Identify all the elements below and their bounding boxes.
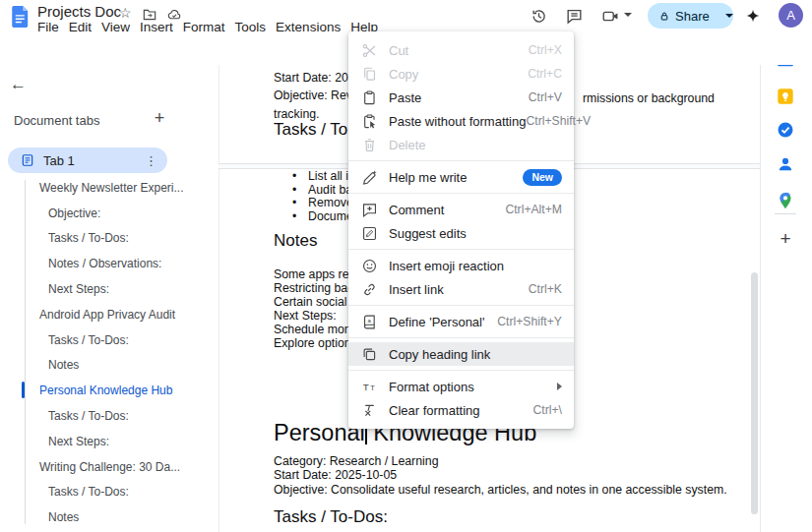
bullet-dot: • bbox=[292, 170, 308, 184]
tab-label: Tab 1 bbox=[43, 153, 75, 168]
outline-item-label: Objective: bbox=[48, 207, 100, 220]
bullet-text: Docume bbox=[308, 209, 353, 223]
paste-without-formatting-menu-item[interactable]: Paste without formattingCtrl+Shift+V bbox=[348, 109, 574, 133]
vertical-scrollbar[interactable] bbox=[751, 272, 758, 514]
clear-formatting-menu-item[interactable]: Clear formattingCtrl+\ bbox=[348, 398, 574, 422]
outline-item-label: Tasks / To-Dos: bbox=[48, 409, 129, 423]
copy-heading-link-menu-item[interactable]: Copy heading link bbox=[348, 342, 574, 366]
section-meta-paragraph: Category: Research / LearningStart Date:… bbox=[274, 454, 727, 497]
copy-link-icon bbox=[361, 346, 378, 363]
outline-item-tasks-to-dos[interactable]: Tasks / To-Dos: bbox=[0, 226, 204, 252]
outline-item-tasks-to-dos[interactable]: Tasks / To-Dos: bbox=[0, 327, 204, 353]
share-button[interactable]: Share bbox=[648, 3, 733, 29]
video-call-dropdown-icon[interactable] bbox=[624, 13, 632, 17]
lock-icon bbox=[658, 10, 670, 23]
menu-tools[interactable]: Tools bbox=[230, 20, 272, 35]
menu-file[interactable]: File bbox=[32, 20, 64, 35]
comments-icon[interactable] bbox=[565, 7, 584, 26]
gemini-icon[interactable] bbox=[745, 8, 761, 24]
bullet-item: •Remove bbox=[292, 197, 355, 210]
outline-item-weekly-newsletter-experi[interactable]: Weekly Newsletter Experi... bbox=[0, 175, 204, 201]
menu-item-label: Paste without formatting bbox=[389, 114, 526, 129]
menu-item-shortcut: Ctrl+C bbox=[528, 67, 562, 81]
tab-item-tab1[interactable]: Tab 1 ⋮ bbox=[8, 148, 167, 173]
emoji-icon bbox=[361, 258, 378, 274]
outline-item-notes[interactable]: Notes bbox=[0, 504, 204, 530]
bullet-dot: • bbox=[292, 184, 308, 198]
menu-view[interactable]: View bbox=[96, 20, 135, 35]
svg-text:T: T bbox=[370, 383, 375, 391]
help-me-write-menu-item[interactable]: Help me writeNew bbox=[348, 165, 574, 189]
document-outline: Weekly Newsletter Experi...Objective:Tas… bbox=[0, 175, 204, 530]
insert-emoji-reaction-menu-item[interactable]: Insert emoji reaction bbox=[348, 254, 574, 277]
paste-menu-item[interactable]: PasteCtrl+V bbox=[348, 86, 574, 109]
submenu-arrow-icon bbox=[557, 383, 562, 390]
format-options-menu-item[interactable]: TTFormat options bbox=[348, 375, 574, 398]
star-icon[interactable]: ☆ bbox=[119, 5, 135, 21]
add-tab-button[interactable]: + bbox=[150, 108, 169, 129]
chevron-down-icon bbox=[725, 14, 733, 18]
share-dropdown[interactable] bbox=[718, 14, 741, 18]
menu-item-shortcut: Ctrl+Shift+Y bbox=[497, 315, 562, 328]
tasks-icon[interactable] bbox=[776, 120, 795, 140]
version-history-icon[interactable] bbox=[530, 7, 548, 26]
tab-more-options-icon[interactable]: ⋮ bbox=[145, 153, 157, 168]
menu-item-label: Help me write bbox=[389, 170, 467, 185]
suggest-edits-menu-item[interactable]: Suggest edits bbox=[348, 221, 574, 245]
menu-item-shortcut: Ctrl+Alt+M bbox=[505, 203, 562, 216]
suggest-edits-icon bbox=[361, 225, 378, 242]
outline-item-objective[interactable]: Objective: bbox=[0, 201, 204, 226]
dictionary-icon: a bbox=[361, 314, 378, 330]
outline-item-label: Tasks / To-Dos: bbox=[48, 231, 129, 245]
comment-menu-item[interactable]: CommentCtrl+Alt+M bbox=[348, 198, 574, 221]
google-docs-logo-icon[interactable] bbox=[12, 6, 29, 28]
outline-item-android-app-privacy-audit[interactable]: Android App Privacy Audit bbox=[0, 302, 204, 327]
menu-item-label: Format options bbox=[389, 380, 474, 394]
get-addons-button[interactable]: + bbox=[776, 229, 795, 249]
menu-item-label: Insert link bbox=[389, 282, 444, 297]
clear-formatting-icon bbox=[361, 402, 378, 419]
bullet-list: •List all in•Audit ba•Remove•Docume bbox=[292, 170, 355, 223]
menu-separator bbox=[348, 193, 574, 194]
menubar: FileEditViewInsertFormatToolsExtensionsH… bbox=[32, 20, 383, 35]
menu-item-label: Insert emoji reaction bbox=[389, 259, 504, 273]
outline-item-tasks-to-dos[interactable]: Tasks / To-Dos: bbox=[0, 480, 204, 505]
contacts-icon[interactable] bbox=[776, 154, 795, 174]
bullet-dot: • bbox=[292, 210, 308, 224]
copy-menu-item[interactable]: CopyCtrl+C bbox=[348, 62, 574, 86]
menu-separator bbox=[348, 249, 574, 250]
insert-link-menu-item[interactable]: Insert linkCtrl+K bbox=[348, 277, 574, 301]
outline-item-notes[interactable]: Notes bbox=[0, 353, 204, 379]
bullet-text: Audit ba bbox=[308, 183, 352, 197]
menu-item-shortcut: Ctrl+V bbox=[529, 90, 562, 104]
bullet-item: •Docume bbox=[292, 210, 355, 224]
menu-item-shortcut: Ctrl+X bbox=[529, 43, 562, 57]
outline-item-label: Notes bbox=[48, 510, 79, 524]
delete-menu-item[interactable]: Delete bbox=[348, 133, 574, 156]
back-arrow-icon[interactable]: ← bbox=[10, 75, 27, 94]
tasks-heading-fragment: Tasks / To- bbox=[274, 120, 353, 140]
scissors-icon bbox=[361, 42, 378, 59]
outline-item-next-steps[interactable]: Next Steps: bbox=[0, 276, 204, 302]
account-avatar[interactable]: A bbox=[779, 3, 803, 28]
keep-icon[interactable] bbox=[776, 87, 795, 106]
outline-item-writing-challenge-30-da[interactable]: Writing Challenge: 30 Da... bbox=[0, 454, 204, 480]
maps-icon[interactable] bbox=[776, 191, 795, 210]
define-personal-menu-item[interactable]: aDefine 'Personal'Ctrl+Shift+Y bbox=[348, 310, 574, 333]
outline-item-personal-knowledge-hub[interactable]: Personal Knowledge Hub bbox=[0, 378, 204, 403]
context-menu: CutCtrl+XCopyCtrl+CPasteCtrl+VPaste with… bbox=[348, 31, 574, 429]
svg-text:a: a bbox=[368, 317, 372, 323]
document-title[interactable]: Projects Doc bbox=[37, 3, 121, 20]
outline-item-next-steps[interactable]: Next Steps: bbox=[0, 429, 204, 454]
cut-menu-item[interactable]: CutCtrl+X bbox=[348, 38, 574, 62]
menu-separator bbox=[348, 337, 574, 338]
outline-item-tasks-to-dos[interactable]: Tasks / To-Dos: bbox=[0, 403, 204, 429]
menu-item-label: Comment bbox=[389, 203, 444, 217]
outline-item-notes-observations[interactable]: Notes / Observations: bbox=[0, 251, 204, 276]
menu-edit[interactable]: Edit bbox=[64, 20, 96, 35]
menu-format[interactable]: Format bbox=[178, 20, 230, 35]
menu-extensions[interactable]: Extensions bbox=[271, 20, 345, 35]
video-call-icon[interactable] bbox=[601, 7, 620, 26]
share-main[interactable]: Share bbox=[648, 3, 718, 29]
menu-insert[interactable]: Insert bbox=[135, 20, 178, 35]
